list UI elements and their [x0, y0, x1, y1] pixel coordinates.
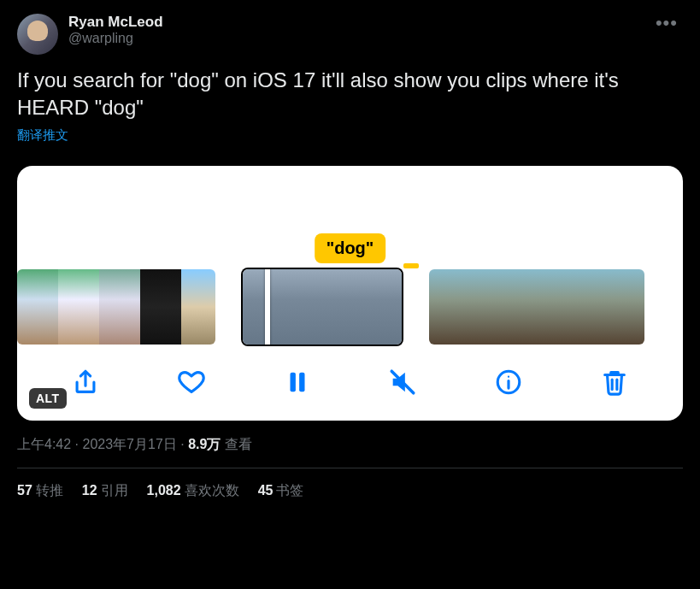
frame-thumb	[140, 269, 181, 345]
time[interactable]: 上午4:42	[17, 437, 71, 451]
media-top: "dog"	[17, 166, 683, 267]
frame-thumb	[17, 269, 58, 345]
frame-thumb	[501, 269, 537, 345]
frame-thumb	[296, 269, 349, 345]
engagement-stats: 57转推 12引用 1,082喜欢次数 45书签	[17, 482, 683, 509]
tweet-container: Ryan McLeod @warpling ••• If you search …	[0, 0, 700, 522]
alt-badge[interactable]: ALT	[29, 388, 67, 409]
media-card[interactable]: "dog"	[17, 166, 683, 421]
video-clip[interactable]	[429, 269, 644, 345]
video-clip-active[interactable]	[243, 269, 402, 345]
views-count: 8.9万	[188, 437, 221, 451]
stat-retweets[interactable]: 57转推	[17, 482, 63, 500]
svg-rect-0	[290, 372, 295, 392]
frame-thumb	[429, 269, 465, 345]
translate-link[interactable]: 翻译推文	[17, 127, 68, 144]
display-name: Ryan McLeod	[68, 14, 640, 31]
frame-thumb	[349, 269, 402, 345]
stat-bookmarks[interactable]: 45书签	[258, 482, 304, 500]
stat-likes[interactable]: 1,082喜欢次数	[147, 482, 239, 500]
media-toolbar	[17, 347, 683, 421]
pause-icon[interactable]	[281, 366, 314, 398]
frame-thumb	[609, 269, 644, 345]
heart-icon[interactable]	[175, 366, 208, 398]
info-icon[interactable]	[492, 366, 525, 398]
more-menu-button[interactable]: •••	[650, 14, 683, 32]
svg-point-5	[508, 375, 509, 377]
separator: ·	[71, 437, 82, 451]
video-clip[interactable]	[17, 269, 215, 345]
trash-icon[interactable]	[598, 366, 631, 398]
separator: ·	[177, 437, 188, 451]
frame-thumb	[99, 269, 140, 345]
frame-thumb	[465, 269, 501, 345]
tweet-meta: 上午4:42 · 2023年7月17日 · 8.9万 查看	[17, 436, 683, 454]
stat-quotes[interactable]: 12引用	[82, 482, 128, 500]
caption-bubble: "dog"	[315, 233, 386, 263]
svg-rect-1	[299, 372, 304, 392]
views-label: 查看	[225, 437, 252, 451]
filmstrip[interactable]	[17, 267, 683, 347]
caption-tick	[403, 263, 419, 268]
share-icon[interactable]	[69, 366, 102, 398]
tweet-text: If you search for "dog" on iOS 17 it'll …	[17, 67, 683, 122]
author-block[interactable]: Ryan McLeod @warpling	[68, 14, 640, 46]
playhead[interactable]	[265, 269, 270, 345]
mute-icon[interactable]	[386, 366, 419, 398]
frame-thumb	[58, 269, 99, 345]
tweet-header: Ryan McLeod @warpling •••	[17, 14, 683, 55]
avatar[interactable]	[17, 14, 58, 55]
frame-thumb	[537, 269, 573, 345]
frame-thumb	[181, 269, 215, 345]
handle: @warpling	[68, 31, 640, 46]
frame-thumb	[573, 269, 609, 345]
date[interactable]: 2023年7月17日	[82, 437, 176, 451]
divider	[17, 468, 683, 468]
